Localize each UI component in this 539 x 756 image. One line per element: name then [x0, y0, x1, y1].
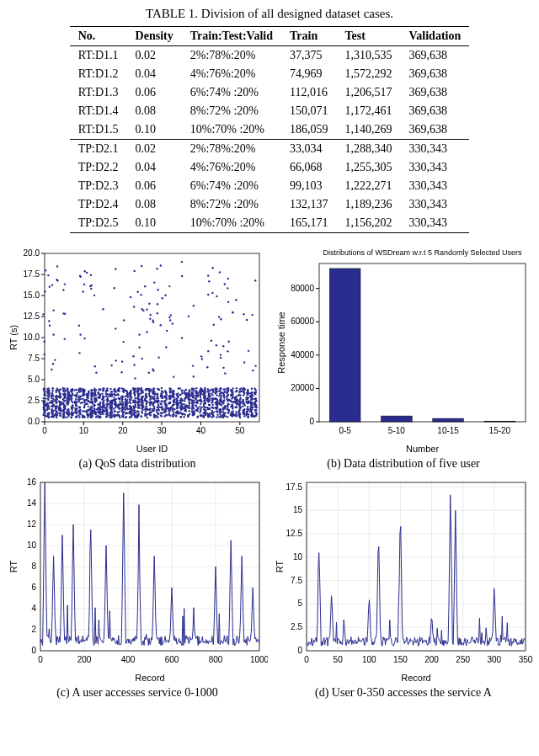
- svg-point-775: [113, 408, 115, 410]
- svg-point-1054: [141, 403, 142, 405]
- svg-point-1669: [208, 404, 210, 406]
- svg-point-424: [79, 333, 81, 335]
- svg-point-1733: [216, 414, 218, 416]
- svg-point-1531: [193, 305, 195, 306]
- svg-point-1332: [173, 412, 174, 413]
- svg-point-1675: [209, 395, 211, 397]
- svg-point-693: [106, 403, 108, 405]
- svg-point-1743: [216, 401, 218, 402]
- svg-point-1347: [173, 397, 175, 398]
- svg-point-1017: [138, 407, 140, 408]
- svg-point-1514: [192, 407, 194, 408]
- svg-point-112: [46, 404, 48, 406]
- svg-point-1623: [203, 390, 205, 391]
- svg-point-1934: [235, 411, 237, 413]
- svg-point-763: [113, 400, 115, 402]
- svg-point-1484: [188, 397, 189, 399]
- svg-point-1852: [227, 412, 229, 413]
- svg-point-1485: [187, 407, 189, 408]
- svg-point-1089: [144, 413, 146, 414]
- svg-point-2003: [243, 313, 244, 315]
- svg-point-415: [80, 398, 82, 400]
- svg-point-1809: [224, 391, 226, 392]
- svg-point-1252: [162, 297, 163, 299]
- svg-point-419: [79, 413, 81, 415]
- col-split: Train:Test:Valid: [182, 27, 281, 46]
- svg-point-991: [139, 399, 141, 401]
- svg-text:16: 16: [27, 477, 37, 487]
- svg-point-661: [103, 399, 104, 401]
- svg-point-1965: [240, 388, 242, 390]
- svg-point-1348: [172, 410, 173, 412]
- svg-point-68: [43, 413, 45, 414]
- svg-point-462: [83, 284, 85, 285]
- panel-c: 024681012141602004006008001000RecordRT (…: [7, 474, 268, 700]
- svg-rect-2143: [433, 418, 464, 422]
- svg-point-976: [132, 355, 134, 357]
- svg-point-1788: [221, 402, 222, 403]
- svg-point-1451: [184, 408, 186, 410]
- svg-text:5-10: 5-10: [388, 426, 405, 435]
- svg-text:350: 350: [519, 655, 533, 664]
- svg-point-1527: [191, 410, 193, 412]
- svg-point-1825: [222, 400, 224, 402]
- svg-point-970: [135, 388, 136, 390]
- svg-point-494: [88, 405, 89, 407]
- svg-text:15-20: 15-20: [489, 426, 511, 435]
- svg-point-1545: [195, 398, 196, 400]
- svg-point-1350: [173, 408, 175, 410]
- svg-point-1455: [184, 390, 185, 391]
- svg-point-1752: [216, 295, 217, 297]
- svg-point-1096: [145, 397, 147, 399]
- svg-point-579: [94, 397, 96, 399]
- svg-point-1582: [200, 393, 202, 395]
- svg-point-1886: [232, 415, 233, 417]
- svg-point-1540: [196, 407, 198, 408]
- svg-point-107: [46, 414, 48, 416]
- svg-point-1967: [238, 413, 240, 414]
- svg-point-580: [94, 365, 96, 367]
- svg-point-1858: [227, 408, 229, 410]
- svg-point-197: [54, 359, 56, 360]
- svg-point-1318: [170, 407, 172, 408]
- chart-d: 02.557.51012.51517.505010015020025030035…: [273, 474, 534, 684]
- svg-point-66: [43, 403, 45, 405]
- svg-point-2124: [254, 411, 256, 413]
- svg-point-72: [42, 313, 44, 315]
- svg-rect-2141: [382, 416, 413, 422]
- svg-point-2084: [251, 394, 253, 396]
- svg-point-683: [106, 416, 108, 418]
- svg-point-951: [134, 404, 136, 406]
- svg-point-1674: [207, 400, 209, 402]
- svg-point-230: [59, 414, 61, 416]
- svg-text:10: 10: [27, 540, 37, 550]
- svg-point-1630: [204, 399, 205, 401]
- svg-point-451: [82, 391, 83, 393]
- svg-point-1254: [163, 415, 165, 417]
- svg-point-647: [101, 393, 103, 395]
- svg-point-626: [97, 407, 99, 409]
- svg-point-1966: [239, 394, 241, 396]
- svg-point-1610: [204, 387, 205, 389]
- svg-point-2041: [245, 397, 247, 398]
- svg-point-407: [79, 407, 81, 408]
- svg-point-1423: [181, 275, 183, 277]
- svg-point-1183: [152, 370, 154, 371]
- svg-point-1712: [213, 324, 215, 326]
- svg-point-850: [121, 410, 123, 412]
- svg-point-878: [125, 417, 126, 418]
- svg-point-1786: [221, 391, 222, 393]
- table-row: TP:D2.10.022%:78%:20%33,0341,288,340330,…: [70, 140, 470, 159]
- svg-point-269: [64, 397, 66, 398]
- svg-point-673: [106, 401, 108, 402]
- svg-point-1220: [157, 303, 158, 305]
- svg-point-1249: [160, 414, 162, 416]
- svg-point-1090: [145, 396, 147, 397]
- chart-b: 020000400006000080000Distributions of WS…: [273, 245, 534, 455]
- svg-point-1205: [157, 404, 159, 406]
- svg-point-1753: [218, 395, 220, 397]
- svg-point-1556: [195, 387, 197, 389]
- svg-point-1745: [216, 411, 218, 413]
- svg-point-1178: [152, 398, 154, 400]
- svg-point-1315: [169, 395, 171, 397]
